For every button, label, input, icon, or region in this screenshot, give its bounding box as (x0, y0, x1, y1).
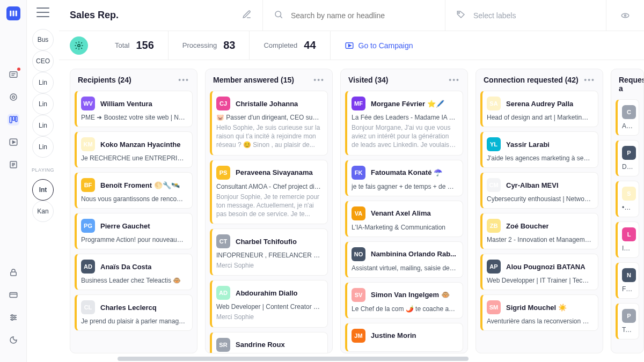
lead-name: Benoît Froment 🌕🔧🛰️ (100, 181, 180, 189)
lead-card[interactable]: WVWilliam VenturaPME ➜ Boostez votre sit… (75, 91, 193, 127)
lead-card[interactable]: SASerena Audrey PallaHead of design and … (480, 91, 598, 127)
lead-headline: L'IA-Marketing & Communication (352, 224, 456, 231)
visibility-icon[interactable] (606, 0, 644, 31)
avatar: CM (487, 178, 501, 192)
campaign-chip[interactable]: Lin (32, 136, 54, 158)
lead-card[interactable]: ZBZoé BoucherMaster 2 - Innovation et Ma… (480, 213, 598, 249)
lead-card[interactable]: KMKoko Manzan HyacintheJe RECHERCHE une … (75, 131, 193, 168)
lead-headline: Amazon C (622, 122, 632, 130)
svg-rect-18 (10, 293, 17, 298)
theme-icon[interactable] (8, 334, 19, 346)
lead-card[interactable]: PSPeraveena SivayanamaConsultant AMOA - … (210, 160, 328, 225)
avatar: PG (81, 219, 95, 233)
lead-message: Hello Sophie, Je suis curieuse sur la ra… (216, 123, 321, 150)
campaign-chip[interactable]: CEO (32, 50, 54, 72)
svg-point-23 (11, 315, 13, 316)
lead-card[interactable]: PPrDigital Ma (616, 140, 639, 176)
target-icon[interactable] (8, 91, 19, 103)
play-icon[interactable] (8, 136, 19, 148)
campaign-chip[interactable]: Lin (32, 72, 54, 93)
lead-headline: Je RECHERCHE une ENTREPRISE po... (81, 154, 186, 162)
avatar: KM (81, 137, 95, 151)
lead-headline: 🐷 Passer d'un dirigeant, CEO submer... (216, 114, 321, 121)
column-menu-icon[interactable]: ••• (584, 76, 595, 84)
lead-card[interactable]: CMCyr-Alban MEVICybersecurity enthousias… (480, 172, 598, 209)
list-icon[interactable] (8, 159, 19, 171)
campaign-chip[interactable]: Lin (32, 115, 54, 136)
hamburger-menu-icon[interactable] (36, 8, 49, 17)
lead-card[interactable]: SRSandrine Roux (210, 332, 328, 353)
avatar: P (622, 309, 636, 323)
settings-icon[interactable] (8, 312, 19, 323)
kanban-icon[interactable] (8, 114, 19, 125)
messages-icon[interactable] (8, 69, 19, 80)
lead-headline: PME ➜ Boostez votre site web | Nous... (81, 114, 186, 121)
lead-card[interactable]: CLCharles LeclercqJe prend du plaisir à … (75, 294, 193, 331)
lead-card[interactable]: LLuIci pour va (616, 221, 639, 258)
kanban-column: Connection requested (42)•••SASerena Aud… (475, 69, 603, 353)
lead-card[interactable]: ADAnaïs Da CostaBusiness Leader chez Tel… (75, 254, 193, 290)
lead-card[interactable]: SSa• Étudiant (616, 181, 639, 217)
lead-headline: INFOPRENEUR , FREELANCER , SOCI... (216, 252, 321, 259)
lead-card[interactable]: MFMorgane Février ⭐️🖊️La Fée des Leaders… (345, 91, 463, 156)
lead-card[interactable]: CChAmazon C (616, 99, 639, 136)
lead-card[interactable]: YLYassir LarabiJ'aide les agences market… (480, 131, 598, 168)
lead-card[interactable]: VAVenant Axel AlimaL'IA-Marketing & Comm… (345, 201, 463, 237)
lead-name: Simon Van Ingelgem 🐵 (371, 291, 450, 299)
lead-name: Alou Pougnozi BATANA (506, 263, 586, 271)
campaign-chip[interactable]: Bus (32, 29, 54, 50)
lead-headline: Digital Ma (622, 163, 632, 171)
svg-marker-33 (348, 44, 351, 47)
lead-card[interactable]: JMJustine Morin (345, 323, 463, 352)
labels-select[interactable]: Select labels (445, 0, 606, 31)
svg-point-7 (12, 96, 14, 99)
app-logo[interactable] (6, 6, 20, 20)
column-title: Request a (619, 76, 644, 93)
svg-rect-1 (12, 11, 14, 17)
kanban-column: Recipients (24)•••WVWilliam VenturaPME ➜… (70, 69, 197, 353)
column-title: Connection requested (42) (484, 76, 579, 84)
lead-card[interactable]: SMSigrid Mouchel ☀️Aventurière dans la r… (480, 294, 598, 331)
avatar: N (622, 268, 636, 282)
lead-card[interactable]: CJChristalle Johanna🐷 Passer d'un dirige… (210, 91, 328, 156)
billing-icon[interactable] (8, 289, 19, 301)
playing-section-label: PLAYING (32, 167, 54, 173)
lead-card[interactable]: BFBenoît Froment 🌕🔧🛰️Nous vous garantiss… (75, 172, 193, 209)
stat-completed: Completed 44 (249, 31, 330, 60)
horizontal-scrollbar[interactable] (59, 357, 644, 362)
campaign-chip-playing[interactable]: Kan (32, 201, 54, 222)
lead-name: Morgane Février ⭐️🖊️ (371, 100, 444, 108)
lead-headline: Programme Action! pour nouveaux In... (81, 236, 186, 243)
lead-headline: Ici pour va (622, 245, 632, 252)
campaign-settings-icon[interactable] (70, 36, 88, 55)
campaign-chip[interactable]: Lin (32, 93, 54, 115)
lead-headline: Nous vous garantissons de rencontre... (81, 195, 186, 203)
column-title: Recipients (24) (78, 76, 131, 84)
lead-headline: Le Chef de la com 🌶️ te coache avec ... (352, 305, 456, 313)
lead-card[interactable]: ADAbdourahim DialloWeb Developer | Conte… (210, 280, 328, 327)
lead-card[interactable]: PPiTalent Ac (616, 303, 639, 339)
edit-icon[interactable] (242, 10, 252, 21)
lead-card[interactable]: APAlou Pougnozi BATANAWeb Developper | I… (480, 254, 598, 290)
lead-name: Yassir Larabi (506, 141, 550, 149)
column-menu-icon[interactable]: ••• (313, 76, 325, 84)
campaign-chip-playing[interactable]: Int (32, 179, 54, 201)
lead-card[interactable]: FKFatoumata Konaté ☂️je te fais gagner +… (345, 160, 463, 196)
go-to-campaign-link[interactable]: Go to Campaign (330, 31, 427, 60)
svg-point-6 (10, 94, 17, 100)
lead-card[interactable]: PGPierre GauchetProgramme Action! pour n… (75, 213, 193, 249)
avatar: YL (487, 137, 501, 151)
column-menu-icon[interactable]: ••• (178, 76, 189, 84)
lead-card[interactable]: SVSimon Van Ingelgem 🐵Le Chef de la com … (345, 282, 463, 319)
column-menu-icon[interactable]: ••• (449, 76, 460, 84)
lead-card[interactable]: NONambinina Orlando Rab...Assistant virt… (345, 241, 463, 278)
svg-rect-17 (10, 272, 16, 276)
svg-rect-9 (12, 116, 14, 121)
search-input[interactable] (291, 11, 434, 20)
lead-headline: Web Developer | Content Creator +5... (216, 303, 321, 311)
lock-icon[interactable] (8, 267, 19, 278)
lead-card[interactable]: NNaFreelance (616, 262, 639, 299)
lead-message: Bonjour Sophie, Je te remercie pour ton … (216, 193, 321, 219)
svg-point-31 (78, 44, 80, 47)
lead-card[interactable]: CTCharbel TchifoufioINFOPRENEUR , FREELA… (210, 228, 328, 276)
